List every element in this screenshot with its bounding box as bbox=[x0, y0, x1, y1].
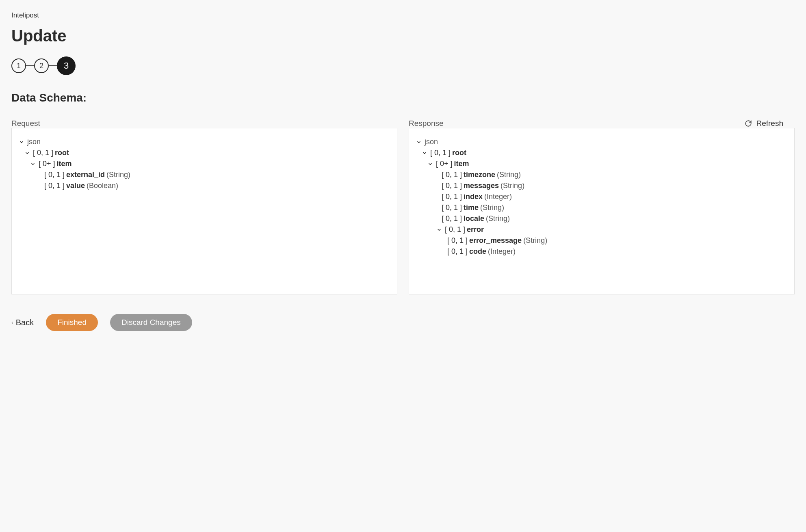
tree-node-type: (String) bbox=[523, 236, 547, 245]
tree-node-name: error_message bbox=[469, 236, 522, 245]
tree-node-name: root bbox=[55, 149, 69, 157]
tree-row[interactable]: [ 0, 1 ] locale (String) bbox=[416, 213, 788, 224]
chevron-down-icon[interactable] bbox=[436, 227, 442, 232]
tree-node-name: value bbox=[66, 182, 85, 190]
tree-row[interactable]: [ 0+ ] item bbox=[18, 158, 390, 169]
tree-node-type: (String) bbox=[480, 203, 504, 212]
tree-node-name: item bbox=[454, 160, 469, 168]
tree-node-cardinality: [ 0+ ] bbox=[436, 160, 453, 168]
tree-node-cardinality: [ 0, 1 ] bbox=[44, 182, 65, 190]
tree-node-cardinality: [ 0, 1 ] bbox=[44, 171, 65, 179]
stepper: 123 bbox=[11, 56, 795, 75]
chevron-down-icon[interactable] bbox=[30, 162, 36, 167]
tree-node-type: (String) bbox=[497, 171, 521, 179]
tree-node-cardinality: [ 0, 1 ] bbox=[445, 225, 465, 234]
tree-node-name: item bbox=[57, 160, 72, 168]
tree-row[interactable]: [ 0, 1 ] external_id (String) bbox=[18, 169, 390, 180]
tree-row[interactable]: [ 0, 1 ] time (String) bbox=[416, 202, 788, 213]
tree-node-name: locale bbox=[464, 214, 484, 223]
chevron-down-icon[interactable] bbox=[421, 151, 428, 156]
tree-node-cardinality: [ 0, 1 ] bbox=[442, 214, 462, 223]
response-label: Response bbox=[409, 119, 795, 128]
tree-row[interactable]: [ 0, 1 ] code (Integer) bbox=[416, 246, 788, 257]
request-label: Request bbox=[11, 119, 397, 128]
tree-row[interactable]: [ 0, 1 ] messages (String) bbox=[416, 180, 788, 191]
tree-node-cardinality: [ 0+ ] bbox=[39, 160, 55, 168]
tree-node-type: (Boolean) bbox=[87, 182, 118, 190]
tree-node-type: (Integer) bbox=[484, 192, 512, 201]
back-label: Back bbox=[16, 318, 34, 327]
tree-node-label: json bbox=[425, 138, 438, 146]
tree-node-name: messages bbox=[464, 182, 499, 190]
tree-row[interactable]: [ 0, 1 ] timezone (String) bbox=[416, 169, 788, 180]
tree-row[interactable]: [ 0, 1 ] error_message (String) bbox=[416, 235, 788, 246]
response-schema-panel: json[ 0, 1 ] root[ 0+ ] item[ 0, 1 ] tim… bbox=[409, 128, 795, 294]
tree-node-cardinality: [ 0, 1 ] bbox=[442, 182, 462, 190]
tree-node-name: code bbox=[469, 247, 486, 256]
tree-node-name: external_id bbox=[66, 171, 105, 179]
tree-row[interactable]: [ 0, 1 ] index (Integer) bbox=[416, 191, 788, 202]
tree-row[interactable]: json bbox=[18, 136, 390, 147]
chevron-down-icon[interactable] bbox=[18, 140, 25, 145]
tree-node-cardinality: [ 0, 1 ] bbox=[430, 149, 451, 157]
chevron-down-icon[interactable] bbox=[24, 151, 30, 156]
page-title: Update bbox=[11, 27, 795, 45]
tree-node-cardinality: [ 0, 1 ] bbox=[442, 192, 462, 201]
tree-node-name: root bbox=[452, 149, 466, 157]
tree-node-type: (String) bbox=[486, 214, 510, 223]
tree-row[interactable]: [ 0, 1 ] value (Boolean) bbox=[18, 180, 390, 191]
tree-row[interactable]: [ 0+ ] item bbox=[416, 158, 788, 169]
tree-row[interactable]: [ 0, 1 ] root bbox=[18, 147, 390, 158]
discard-button[interactable]: Discard Changes bbox=[110, 314, 192, 331]
section-title: Data Schema: bbox=[11, 91, 795, 104]
step-3[interactable]: 3 bbox=[57, 56, 76, 75]
tree-row[interactable]: [ 0, 1 ] error bbox=[416, 224, 788, 235]
step-connector bbox=[49, 65, 57, 66]
step-2[interactable]: 2 bbox=[34, 58, 49, 73]
refresh-button[interactable]: Refresh bbox=[745, 119, 783, 128]
tree-node-cardinality: [ 0, 1 ] bbox=[447, 236, 468, 245]
tree-row[interactable]: json bbox=[416, 136, 788, 147]
tree-node-cardinality: [ 0, 1 ] bbox=[442, 203, 462, 212]
back-button[interactable]: ‹ Back bbox=[11, 318, 34, 327]
tree-row[interactable]: [ 0, 1 ] root bbox=[416, 147, 788, 158]
tree-node-cardinality: [ 0, 1 ] bbox=[442, 171, 462, 179]
step-connector bbox=[26, 65, 34, 66]
tree-node-cardinality: [ 0, 1 ] bbox=[447, 247, 468, 256]
tree-node-type: (String) bbox=[106, 171, 130, 179]
breadcrumb[interactable]: Intelipost bbox=[11, 11, 39, 19]
tree-node-name: timezone bbox=[464, 171, 495, 179]
chevron-down-icon[interactable] bbox=[427, 162, 433, 167]
tree-node-name: error bbox=[467, 225, 484, 234]
tree-node-type: (Integer) bbox=[488, 247, 516, 256]
refresh-label: Refresh bbox=[756, 119, 783, 128]
step-1[interactable]: 1 bbox=[11, 58, 26, 73]
tree-node-name: index bbox=[464, 192, 483, 201]
tree-node-cardinality: [ 0, 1 ] bbox=[33, 149, 53, 157]
chevron-down-icon[interactable] bbox=[416, 140, 422, 145]
tree-node-type: (String) bbox=[500, 182, 524, 190]
finished-button[interactable]: Finished bbox=[46, 314, 98, 331]
tree-node-label: json bbox=[27, 138, 41, 146]
refresh-icon bbox=[745, 120, 752, 127]
request-schema-panel: json[ 0, 1 ] root[ 0+ ] item[ 0, 1 ] ext… bbox=[11, 128, 397, 294]
tree-node-name: time bbox=[464, 203, 479, 212]
chevron-left-icon: ‹ bbox=[11, 319, 13, 326]
